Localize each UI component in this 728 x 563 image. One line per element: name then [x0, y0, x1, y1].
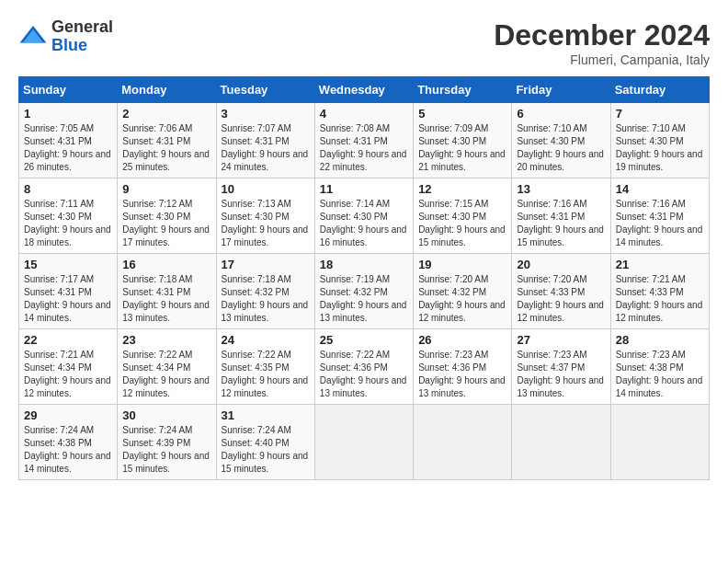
calendar-cell: 5Sunrise: 7:09 AMSunset: 4:30 PMDaylight… — [414, 103, 512, 178]
logo-icon — [18, 22, 48, 52]
day-detail: Sunrise: 7:06 AMSunset: 4:31 PMDaylight:… — [122, 122, 210, 174]
day-detail: Sunrise: 7:14 AMSunset: 4:30 PMDaylight:… — [320, 198, 408, 249]
day-number: 3 — [222, 107, 310, 121]
calendar-cell: 22Sunrise: 7:21 AMSunset: 4:34 PMDayligh… — [19, 329, 118, 405]
day-number: 20 — [517, 258, 605, 271]
day-number: 15 — [24, 258, 112, 271]
day-header-friday: Friday — [512, 77, 610, 103]
week-row-2: 8Sunrise: 7:11 AMSunset: 4:30 PMDaylight… — [19, 178, 710, 254]
calendar-cell: 30Sunrise: 7:24 AMSunset: 4:39 PMDayligh… — [118, 405, 216, 480]
calendar-cell: 28Sunrise: 7:23 AMSunset: 4:38 PMDayligh… — [610, 329, 709, 405]
day-detail: Sunrise: 7:12 AMSunset: 4:30 PMDaylight:… — [122, 198, 210, 249]
day-number: 30 — [122, 408, 210, 422]
calendar-cell: 19Sunrise: 7:20 AMSunset: 4:32 PMDayligh… — [414, 254, 512, 329]
calendar-cell: 16Sunrise: 7:18 AMSunset: 4:31 PMDayligh… — [118, 254, 216, 329]
day-header-thursday: Thursday — [414, 77, 512, 103]
calendar-cell: 15Sunrise: 7:17 AMSunset: 4:31 PMDayligh… — [19, 254, 118, 329]
day-detail: Sunrise: 7:13 AMSunset: 4:30 PMDaylight:… — [222, 198, 310, 249]
day-detail: Sunrise: 7:15 AMSunset: 4:30 PMDaylight:… — [418, 198, 506, 249]
day-number: 4 — [320, 107, 408, 121]
logo: General Blue — [18, 18, 113, 55]
day-number: 29 — [24, 408, 112, 422]
day-detail: Sunrise: 7:18 AMSunset: 4:32 PMDaylight:… — [222, 273, 310, 325]
day-number: 18 — [320, 258, 408, 271]
day-detail: Sunrise: 7:17 AMSunset: 4:31 PMDaylight:… — [24, 273, 112, 325]
day-number: 6 — [517, 107, 605, 121]
day-detail: Sunrise: 7:16 AMSunset: 4:31 PMDaylight:… — [517, 198, 605, 249]
day-detail: Sunrise: 7:21 AMSunset: 4:33 PMDaylight:… — [616, 273, 704, 325]
calendar-cell: 10Sunrise: 7:13 AMSunset: 4:30 PMDayligh… — [216, 178, 314, 254]
day-header-saturday: Saturday — [610, 77, 709, 103]
calendar-cell: 12Sunrise: 7:15 AMSunset: 4:30 PMDayligh… — [414, 178, 512, 254]
calendar-cell — [314, 405, 413, 480]
day-number: 19 — [418, 258, 506, 271]
day-number: 21 — [616, 258, 704, 271]
day-number: 7 — [616, 107, 704, 121]
day-detail: Sunrise: 7:23 AMSunset: 4:38 PMDaylight:… — [616, 349, 704, 400]
location: Flumeri, Campania, Italy — [494, 52, 710, 67]
calendar-cell: 4Sunrise: 7:08 AMSunset: 4:31 PMDaylight… — [314, 103, 413, 178]
page-header: General Blue December 2024 Flumeri, Camp… — [18, 18, 710, 67]
month-title: December 2024 — [494, 18, 710, 52]
calendar-cell: 9Sunrise: 7:12 AMSunset: 4:30 PMDaylight… — [118, 178, 216, 254]
day-number: 12 — [418, 182, 506, 196]
calendar-cell — [610, 405, 709, 480]
day-detail: Sunrise: 7:22 AMSunset: 4:35 PMDaylight:… — [222, 349, 310, 400]
calendar-cell: 13Sunrise: 7:16 AMSunset: 4:31 PMDayligh… — [512, 178, 610, 254]
day-detail: Sunrise: 7:09 AMSunset: 4:30 PMDaylight:… — [418, 122, 506, 174]
day-detail: Sunrise: 7:16 AMSunset: 4:31 PMDaylight:… — [616, 198, 704, 249]
calendar-cell: 21Sunrise: 7:21 AMSunset: 4:33 PMDayligh… — [610, 254, 709, 329]
calendar-cell: 11Sunrise: 7:14 AMSunset: 4:30 PMDayligh… — [314, 178, 413, 254]
day-number: 11 — [320, 182, 408, 196]
logo-text: General Blue — [51, 18, 113, 55]
calendar-table: SundayMondayTuesdayWednesdayThursdayFrid… — [18, 76, 710, 480]
day-detail: Sunrise: 7:08 AMSunset: 4:31 PMDaylight:… — [320, 122, 408, 174]
day-number: 24 — [222, 333, 310, 347]
day-number: 25 — [320, 333, 408, 347]
day-detail: Sunrise: 7:24 AMSunset: 4:40 PMDaylight:… — [222, 424, 310, 476]
calendar-cell: 3Sunrise: 7:07 AMSunset: 4:31 PMDaylight… — [216, 103, 314, 178]
day-detail: Sunrise: 7:18 AMSunset: 4:31 PMDaylight:… — [122, 273, 210, 325]
day-number: 17 — [222, 258, 310, 271]
day-detail: Sunrise: 7:10 AMSunset: 4:30 PMDaylight:… — [616, 122, 704, 174]
day-number: 31 — [222, 408, 310, 422]
week-row-3: 15Sunrise: 7:17 AMSunset: 4:31 PMDayligh… — [19, 254, 710, 329]
calendar-cell: 7Sunrise: 7:10 AMSunset: 4:30 PMDaylight… — [610, 103, 709, 178]
day-detail: Sunrise: 7:21 AMSunset: 4:34 PMDaylight:… — [24, 349, 112, 400]
week-row-1: 1Sunrise: 7:05 AMSunset: 4:31 PMDaylight… — [19, 103, 710, 178]
day-number: 2 — [122, 107, 210, 121]
day-detail: Sunrise: 7:23 AMSunset: 4:36 PMDaylight:… — [418, 349, 506, 400]
day-number: 23 — [122, 333, 210, 347]
title-block: December 2024 Flumeri, Campania, Italy — [494, 18, 710, 67]
calendar-cell: 1Sunrise: 7:05 AMSunset: 4:31 PMDaylight… — [19, 103, 118, 178]
day-detail: Sunrise: 7:20 AMSunset: 4:33 PMDaylight:… — [517, 273, 605, 325]
day-detail: Sunrise: 7:22 AMSunset: 4:34 PMDaylight:… — [122, 349, 210, 400]
day-header-monday: Monday — [118, 77, 216, 103]
day-header-tuesday: Tuesday — [216, 77, 314, 103]
day-number: 8 — [24, 182, 112, 196]
week-row-5: 29Sunrise: 7:24 AMSunset: 4:38 PMDayligh… — [19, 405, 710, 480]
days-header-row: SundayMondayTuesdayWednesdayThursdayFrid… — [19, 77, 710, 103]
calendar-cell: 31Sunrise: 7:24 AMSunset: 4:40 PMDayligh… — [216, 405, 314, 480]
day-detail: Sunrise: 7:24 AMSunset: 4:39 PMDaylight:… — [122, 424, 210, 476]
day-detail: Sunrise: 7:23 AMSunset: 4:37 PMDaylight:… — [517, 349, 605, 400]
day-number: 27 — [517, 333, 605, 347]
day-number: 28 — [616, 333, 704, 347]
calendar-cell — [414, 405, 512, 480]
week-row-4: 22Sunrise: 7:21 AMSunset: 4:34 PMDayligh… — [19, 329, 710, 405]
day-number: 14 — [616, 182, 704, 196]
day-header-wednesday: Wednesday — [314, 77, 413, 103]
calendar-cell: 14Sunrise: 7:16 AMSunset: 4:31 PMDayligh… — [610, 178, 709, 254]
day-number: 26 — [418, 333, 506, 347]
calendar-cell: 20Sunrise: 7:20 AMSunset: 4:33 PMDayligh… — [512, 254, 610, 329]
calendar-cell: 27Sunrise: 7:23 AMSunset: 4:37 PMDayligh… — [512, 329, 610, 405]
calendar-cell: 26Sunrise: 7:23 AMSunset: 4:36 PMDayligh… — [414, 329, 512, 405]
calendar-cell: 2Sunrise: 7:06 AMSunset: 4:31 PMDaylight… — [118, 103, 216, 178]
day-detail: Sunrise: 7:19 AMSunset: 4:32 PMDaylight:… — [320, 273, 408, 325]
day-number: 1 — [24, 107, 112, 121]
day-number: 9 — [122, 182, 210, 196]
day-header-sunday: Sunday — [19, 77, 118, 103]
day-detail: Sunrise: 7:10 AMSunset: 4:30 PMDaylight:… — [517, 122, 605, 174]
day-detail: Sunrise: 7:24 AMSunset: 4:38 PMDaylight:… — [24, 424, 112, 476]
day-number: 5 — [418, 107, 506, 121]
